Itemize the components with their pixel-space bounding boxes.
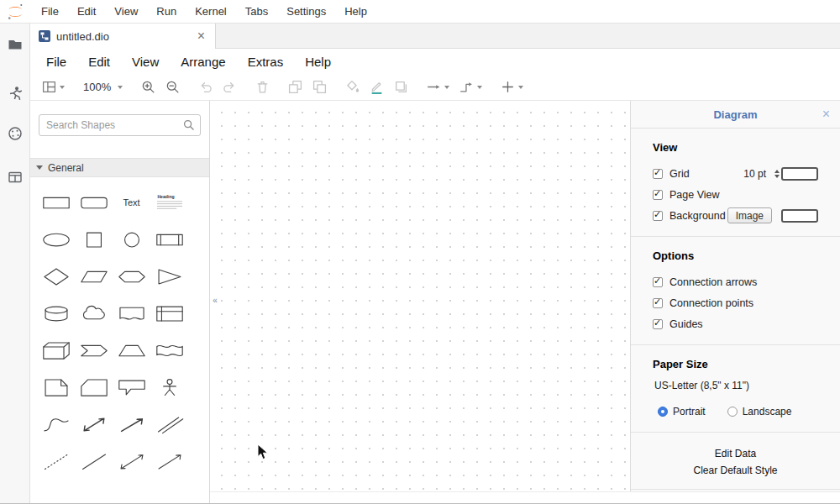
background-row: Background Image <box>631 205 840 226</box>
shadow-button[interactable] <box>394 80 408 94</box>
grid-label: Grid <box>669 168 690 180</box>
connection-style-button[interactable] <box>427 80 449 94</box>
command-palette-icon[interactable] <box>8 126 23 141</box>
stepper-down-icon[interactable] <box>774 175 780 178</box>
shape-dashed-line[interactable] <box>37 443 75 480</box>
shape-note[interactable] <box>37 369 75 406</box>
grid-size-stepper[interactable] <box>774 170 780 178</box>
stepper-up-icon[interactable] <box>774 170 780 173</box>
connection-points-checkbox[interactable] <box>653 298 663 308</box>
menu-settings[interactable]: Settings <box>277 0 335 23</box>
shape-curve[interactable] <box>37 406 75 443</box>
running-sessions-icon[interactable] <box>8 86 23 101</box>
line-color-button[interactable] <box>370 80 384 94</box>
svg-text:Heading: Heading <box>157 194 174 199</box>
shape-parallelogram[interactable] <box>75 258 113 295</box>
shape-diamond[interactable] <box>37 258 75 295</box>
insert-button[interactable] <box>501 80 523 94</box>
shape-callout[interactable] <box>113 369 150 406</box>
undo-button[interactable] <box>198 80 213 94</box>
edit-data-button[interactable]: Edit Data <box>631 445 840 462</box>
shape-link[interactable] <box>150 406 188 443</box>
delete-button[interactable] <box>255 80 270 94</box>
shape-ellipse[interactable] <box>37 221 75 258</box>
shape-palette: General TextHeading <box>30 101 210 504</box>
clear-default-style-button[interactable]: Clear Default Style <box>631 462 840 479</box>
drawio-menu-extras[interactable]: Extras <box>237 55 295 69</box>
background-image-button[interactable]: Image <box>727 207 772 223</box>
menu-file[interactable]: File <box>32 0 68 23</box>
shape-actor[interactable] <box>150 369 188 406</box>
background-color-swatch[interactable] <box>781 209 818 223</box>
format-panel-tab-diagram[interactable]: Diagram <box>713 108 757 121</box>
shape-rounded-rectangle[interactable] <box>75 184 113 221</box>
shape-cylinder[interactable] <box>37 295 75 332</box>
shape-tape[interactable] <box>150 332 188 369</box>
diagram-canvas[interactable] <box>210 101 630 492</box>
landscape-label: Landscape <box>743 406 792 417</box>
grid-color-swatch[interactable] <box>781 167 818 181</box>
drawio-menu-arrange[interactable]: Arrange <box>170 55 236 69</box>
portrait-radio[interactable] <box>658 407 668 417</box>
menu-tabs[interactable]: Tabs <box>236 0 277 23</box>
shape-heading[interactable]: Heading <box>150 184 188 221</box>
file-browser-icon[interactable] <box>8 37 23 52</box>
menu-view[interactable]: View <box>105 0 147 23</box>
orientation-row: Portrait Landscape <box>631 402 840 422</box>
grid-checkbox[interactable] <box>653 169 663 179</box>
guides-checkbox[interactable] <box>653 319 663 329</box>
section-general[interactable]: General <box>30 158 209 177</box>
drawio-menu-file[interactable]: File <box>35 55 77 69</box>
zoom-level-dropdown[interactable]: 100% <box>83 81 123 93</box>
shape-bidirectional-connector[interactable] <box>113 443 150 480</box>
format-panel-close-icon[interactable]: × <box>822 106 830 122</box>
to-back-button[interactable] <box>312 80 327 94</box>
shape-circle[interactable] <box>113 221 150 258</box>
drawio-menu-view[interactable]: View <box>121 55 170 69</box>
menu-help[interactable]: Help <box>335 0 376 23</box>
tab-untitled-dio[interactable]: untitled.dio × <box>30 24 216 49</box>
shape-arrow[interactable] <box>113 406 150 443</box>
zoom-out-button[interactable] <box>165 80 180 94</box>
shape-document[interactable] <box>113 295 150 332</box>
options-section: Options Connection arrows Connection poi… <box>631 237 840 345</box>
canvas-scroll-strip[interactable] <box>210 491 840 504</box>
shape-card[interactable] <box>75 369 113 406</box>
shape-line[interactable] <box>75 443 113 480</box>
shape-step[interactable] <box>75 332 113 369</box>
shape-rectangle[interactable] <box>37 184 75 221</box>
shape-hexagon[interactable] <box>113 258 150 295</box>
background-checkbox[interactable] <box>653 211 663 221</box>
connection-arrows-checkbox[interactable] <box>653 277 663 287</box>
menu-edit[interactable]: Edit <box>68 0 105 23</box>
shape-cube[interactable] <box>37 332 75 369</box>
shape-internal-storage[interactable] <box>150 295 188 332</box>
shape-triangle[interactable] <box>150 258 188 295</box>
redo-button[interactable] <box>223 80 237 94</box>
shape-text[interactable]: Text <box>113 184 150 221</box>
shape-directional-connector[interactable] <box>150 443 188 480</box>
shape-trapezoid[interactable] <box>113 332 150 369</box>
zoom-in-button[interactable] <box>141 80 155 94</box>
grid-size-value[interactable]: 10 pt <box>743 168 766 180</box>
fill-color-button[interactable] <box>345 80 360 94</box>
tab-close-icon[interactable]: × <box>196 29 207 43</box>
open-tabs-icon[interactable] <box>8 170 23 185</box>
landscape-radio[interactable] <box>727 407 738 417</box>
drawio-menu-help[interactable]: Help <box>294 55 342 69</box>
view-panels-button[interactable] <box>42 80 65 94</box>
page-view-checkbox[interactable] <box>653 190 663 200</box>
menu-run[interactable]: Run <box>147 0 186 23</box>
waypoint-style-button[interactable] <box>459 80 482 94</box>
search-icon[interactable] <box>183 119 195 131</box>
search-input[interactable] <box>39 114 201 136</box>
to-front-button[interactable] <box>288 80 302 94</box>
shape-process[interactable] <box>150 221 188 258</box>
shape-cloud[interactable] <box>75 295 113 332</box>
menu-kernel[interactable]: Kernel <box>186 0 236 23</box>
shape-square[interactable] <box>75 221 113 258</box>
palette-collapse-handle[interactable]: « <box>210 291 220 309</box>
shape-bidirectional-arrow[interactable] <box>75 406 113 443</box>
drawio-menu-edit[interactable]: Edit <box>77 55 121 69</box>
paper-size-select[interactable]: US-Letter (8,5" x 11") <box>631 380 840 391</box>
